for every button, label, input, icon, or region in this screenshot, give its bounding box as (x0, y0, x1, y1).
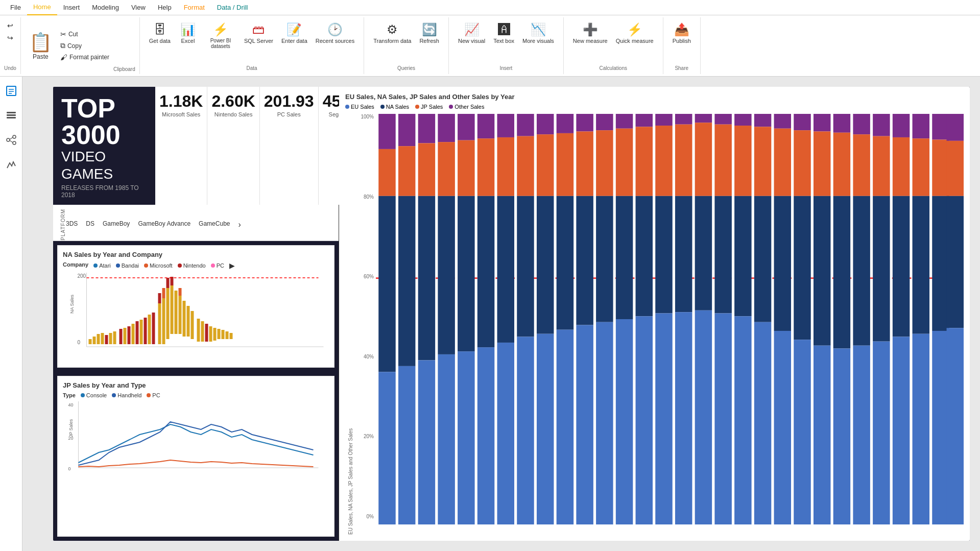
menu-format[interactable]: Format (178, 0, 211, 15)
platform-tab-3ds[interactable]: 3DS (66, 220, 78, 229)
jp-legend-pc-dot (147, 393, 151, 397)
svg-rect-92 (497, 114, 514, 137)
svg-rect-93 (497, 137, 514, 196)
cut-button[interactable]: ✂ Cut (58, 29, 111, 39)
main-content: TOP 3000 VIDEO GAMES RELEASES FROM 1985 … (22, 77, 980, 551)
svg-rect-119 (616, 319, 633, 524)
kpi-pc-value: 201.93 (264, 93, 314, 109)
excel-button[interactable]: 📊 Excel (176, 20, 200, 46)
jp-legend-console: Console (81, 392, 107, 398)
queries-group-label: Queries (397, 65, 415, 71)
enter-data-button[interactable]: 📝 Enter data (278, 20, 310, 46)
insert-buttons: 📈 New visual 🅰 Text box 📉 More visuals (455, 20, 557, 46)
menu-data-drill[interactable]: Data / Drill (211, 0, 254, 15)
svg-rect-156 (814, 114, 830, 131)
kpi-microsoft: 1.18K Microsoft Sales (155, 87, 207, 205)
menu-modeling[interactable]: Modeling (86, 0, 125, 15)
svg-rect-141 (734, 126, 751, 196)
dashboard-title-sub: VIDEO GAMES (61, 148, 147, 182)
svg-rect-186 (947, 196, 964, 328)
paste-button[interactable]: 📋 Paste (25, 30, 56, 62)
svg-rect-70 (378, 196, 395, 372)
power-bi-button[interactable]: ⚡ Power BI datasets (202, 20, 239, 51)
svg-rect-133 (695, 123, 712, 196)
new-measure-label: New measure (573, 38, 608, 44)
svg-rect-82 (438, 196, 455, 354)
platform-tab-gba[interactable]: GameBoy Advance (138, 220, 190, 229)
platform-label: PLATFORM (57, 209, 66, 241)
svg-rect-163 (833, 348, 850, 524)
svg-rect-158 (814, 196, 830, 346)
svg-rect-18 (101, 333, 104, 344)
sidebar-model-icon[interactable] (3, 132, 19, 148)
refresh-button[interactable]: 🔄 Refresh (416, 20, 442, 46)
recent-sources-button[interactable]: 🕑 Recent sources (313, 20, 357, 46)
svg-rect-171 (873, 342, 890, 524)
svg-rect-113 (596, 130, 613, 196)
na-legend-label: Company (63, 261, 88, 270)
svg-rect-122 (636, 196, 653, 316)
platform-next-arrow[interactable]: › (238, 220, 241, 229)
svg-text:200: 200 (78, 273, 86, 279)
cut-icon: ✂ (60, 30, 66, 38)
svg-rect-167 (853, 346, 870, 524)
menu-view[interactable]: View (125, 0, 152, 15)
svg-rect-120 (636, 114, 653, 127)
svg-rect-87 (458, 351, 474, 524)
menu-file[interactable]: File (4, 0, 27, 15)
svg-rect-79 (418, 360, 435, 524)
quick-measure-button[interactable]: ⚡ Quick measure (613, 20, 657, 46)
format-painter-button[interactable]: 🖌 Format painter (58, 52, 111, 62)
menu-insert[interactable]: Insert (57, 0, 86, 15)
text-box-button[interactable]: 🅰 Text box (490, 20, 517, 46)
transform-data-button[interactable]: ⚙ Transform data (370, 20, 414, 46)
more-visuals-button[interactable]: 📉 More visuals (519, 20, 557, 46)
platform-tab-gameboy[interactable]: GameBoy (103, 220, 130, 229)
svg-rect-50 (218, 329, 221, 339)
sidebar-report-icon[interactable] (3, 83, 19, 99)
svg-rect-176 (913, 114, 929, 138)
svg-rect-124 (655, 114, 672, 126)
redo-button[interactable]: ↪ (5, 33, 15, 43)
svg-rect-16 (93, 337, 96, 344)
paste-icon: 📋 (29, 32, 52, 53)
platform-tab-ds[interactable]: DS (86, 220, 94, 229)
publish-button[interactable]: 📤 Publish (670, 20, 694, 46)
platform-tab-gamecube[interactable]: GameCube (199, 220, 230, 229)
jp-legend-console-dot (81, 393, 85, 397)
sidebar-dax-icon[interactable] (3, 156, 19, 173)
platform-section: PLATFORM 3DS DS GameBoy GameBoy Advance … (53, 205, 339, 241)
svg-rect-136 (714, 114, 731, 125)
svg-rect-131 (675, 312, 692, 524)
quick-measure-icon: ⚡ (627, 22, 642, 37)
legend-more[interactable]: ▶ (229, 261, 235, 270)
svg-rect-175 (893, 337, 910, 524)
svg-rect-46 (201, 321, 204, 342)
right-legend-na: NA Sales (380, 104, 409, 110)
svg-rect-150 (774, 196, 791, 331)
svg-rect-74 (398, 196, 415, 366)
svg-rect-143 (734, 316, 751, 524)
new-measure-button[interactable]: ➕ New measure (570, 20, 611, 46)
right-legend-other-label: Other Sales (455, 104, 484, 110)
right-legend-eu-label: EU Sales (351, 104, 374, 110)
menu-home[interactable]: Home (27, 0, 57, 15)
legend-pc: PC (211, 261, 224, 270)
svg-rect-36 (166, 278, 170, 288)
enter-data-icon: 📝 (286, 22, 302, 37)
legend-microsoft-dot (144, 263, 148, 268)
get-data-button[interactable]: 🗄 Get data (146, 20, 174, 46)
menu-help[interactable]: Help (152, 0, 178, 15)
right-chart-area: EU Sales, NA Sales, JP Sales and Other S… (345, 114, 964, 535)
svg-rect-125 (655, 126, 672, 196)
svg-rect-132 (695, 114, 712, 123)
undo-button[interactable]: ↩ (5, 20, 15, 31)
text-box-label: Text box (493, 38, 514, 44)
svg-rect-127 (655, 314, 672, 524)
format-painter-icon: 🖌 (60, 53, 67, 61)
new-visual-button[interactable]: 📈 New visual (455, 20, 488, 46)
copy-button[interactable]: ⧉ Copy (58, 40, 111, 51)
svg-rect-31 (158, 303, 161, 344)
sql-button[interactable]: 🗃 SQL Server (241, 20, 276, 46)
sidebar-data-icon[interactable] (3, 107, 19, 124)
